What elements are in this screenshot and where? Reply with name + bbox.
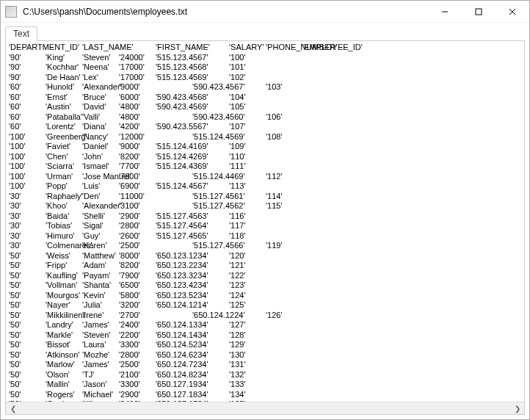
text-cell: '105': [229, 102, 246, 112]
text-cell: '650.124.7234': [156, 360, 208, 370]
text-cell: '3300': [119, 380, 140, 390]
text-cell: '650.124.5234': [156, 340, 208, 350]
text-cell: '590.423.4560': [192, 112, 245, 123]
text-cell: 'Valli': [82, 112, 100, 123]
text-cell: '6500': [119, 280, 140, 291]
text-line: '50''Vollman''Shanta''6500''650.123.4234…: [9, 280, 521, 291]
text-cell: 'EMPLOYEE_ID': [302, 43, 363, 53]
text-cell: 'Shelli': [82, 211, 105, 222]
text-cell: '9000': [119, 82, 140, 93]
text-cell: '8200': [119, 261, 140, 271]
text-cell: '650.127.1734': [156, 399, 208, 402]
text-line: '50''Atkinson''Mozhe''2800''650.124.6234…: [9, 350, 521, 361]
text-cell: '650.124.1224': [192, 311, 245, 321]
text-cell: '6000': [119, 93, 140, 103]
text-cell: '7900': [119, 271, 140, 281]
text-cell: '515.123.4569': [156, 73, 208, 83]
text-cell: '515.127.4562': [192, 201, 245, 211]
text-cell: '2900': [119, 390, 140, 400]
text-cell: '60': [9, 93, 21, 103]
text-cell: 'Austin': [46, 102, 71, 112]
text-cell: 'Tobias': [46, 221, 72, 231]
text-cell: '7700': [119, 162, 140, 172]
text-cell: '30': [9, 231, 21, 242]
text-cell: 'Hunold': [46, 82, 74, 93]
text-line: '50''Weiss''Matthew''8000''650.123.1234'…: [9, 251, 521, 261]
text-cell: '118': [229, 231, 246, 242]
maximize-icon: [475, 8, 482, 15]
text-cell: 'Ki': [82, 399, 92, 402]
text-cell: 'Kaufling': [46, 271, 78, 281]
maximize-button[interactable]: [462, 1, 495, 23]
text-cell: '515.123.4568': [156, 62, 208, 73]
text-cell: '8000': [119, 251, 140, 261]
text-line: '30''Himuro''Guy''2600''515.127.4565''11…: [9, 231, 521, 242]
text-cell: '108': [266, 132, 283, 142]
text-cell: '104': [229, 93, 246, 103]
text-cell: '3200': [119, 300, 140, 311]
text-cell: '515.123.4567': [156, 53, 208, 63]
text-cell: '11000': [119, 192, 145, 202]
text-cell: '111': [229, 162, 246, 172]
text-cell: 'Adam': [82, 261, 106, 271]
text-cell: '7800': [119, 172, 140, 182]
text-cell: '30': [9, 201, 21, 211]
text-line: '100''Greenberg''Nancy''12000''515.124.4…: [9, 132, 521, 142]
text-cell: '102': [229, 73, 246, 83]
svg-rect-1: [476, 9, 482, 15]
scroll-left-icon[interactable]: ❮: [7, 403, 18, 414]
text-cell: '130': [229, 350, 246, 361]
text-cell: '4800': [119, 112, 140, 123]
text-cell: 'Neena': [82, 62, 109, 73]
text-line: '100''Chen''John''8200''515.124.4269''11…: [9, 152, 521, 162]
text-cell: '590.423.4567': [192, 82, 245, 93]
text-line: '100''Sciarra''Ismael''7700''515.124.436…: [9, 162, 521, 172]
text-cell: 'Steven': [82, 330, 110, 341]
text-line: '50''Markle''Steven''2200''650.124.1434'…: [9, 330, 521, 341]
text-cell: '128': [229, 330, 246, 341]
text-cell: '515.124.4567': [156, 181, 208, 192]
text-line: '50''Nayer''Julia''3200''650.124.1214''1…: [9, 300, 521, 311]
text-cell: '2200': [119, 330, 140, 341]
text-cell: '90': [9, 73, 21, 83]
text-cell: 'Markle': [46, 330, 73, 341]
text-cell: '113': [229, 181, 246, 192]
text-cell: 'Popp': [46, 181, 68, 192]
close-button[interactable]: [495, 1, 529, 23]
text-cell: '106': [266, 112, 283, 123]
text-cell: '131': [229, 360, 246, 370]
window-controls: [428, 1, 529, 23]
text-line: '50''Olson''TJ''2100''650.124.8234''132': [9, 370, 521, 380]
text-cell: 'Pataballa': [46, 112, 82, 123]
horizontal-scrollbar[interactable]: ❮ ❯: [6, 402, 524, 414]
text-cell: 'David': [82, 102, 106, 112]
text-line: '100''Faviet''Daniel''9000''515.124.4169…: [9, 142, 521, 152]
text-cell: '50': [9, 350, 21, 361]
text-cell: '124': [229, 291, 246, 301]
text-cell: '515.127.4561': [192, 192, 245, 202]
text-cell: '100': [9, 142, 26, 152]
text-cell: '650.124.1434': [156, 330, 208, 341]
text-line: '50''Marlow''James''2500''650.124.7234''…: [9, 360, 521, 370]
text-cell: '126': [266, 311, 283, 321]
text-content[interactable]: 'DEPARTMENT_ID''LAST_NAME''FIRST_NAME''S…: [6, 41, 524, 402]
text-cell: '50': [9, 390, 21, 400]
text-line: '60''Ernst''Bruce''6000''590.423.4568''1…: [9, 93, 521, 103]
text-cell: '135': [229, 399, 246, 402]
text-cell: 'Faviet': [46, 142, 70, 152]
text-cell: '515.127.4566': [192, 241, 245, 251]
text-cell: '9000': [119, 142, 140, 152]
text-line: '100''Urman''Jose Manuel''7800''515.124.…: [9, 172, 521, 182]
text-line: '50''Landry''James''2400''650.124.1334''…: [9, 320, 521, 330]
text-cell: 'Payam': [82, 271, 110, 281]
text-cell: 'Baida': [46, 211, 69, 222]
text-cell: '60': [9, 122, 21, 132]
text-cell: '24000': [119, 53, 145, 63]
scroll-right-icon[interactable]: ❯: [512, 403, 523, 414]
tab-text[interactable]: Text: [5, 26, 37, 41]
text-cell: '100': [9, 132, 26, 142]
text-cell: 'John': [82, 152, 103, 162]
minimize-button[interactable]: [428, 1, 462, 23]
text-cell: 'Diana': [82, 122, 106, 132]
text-cell: 'Greenberg': [46, 132, 87, 142]
